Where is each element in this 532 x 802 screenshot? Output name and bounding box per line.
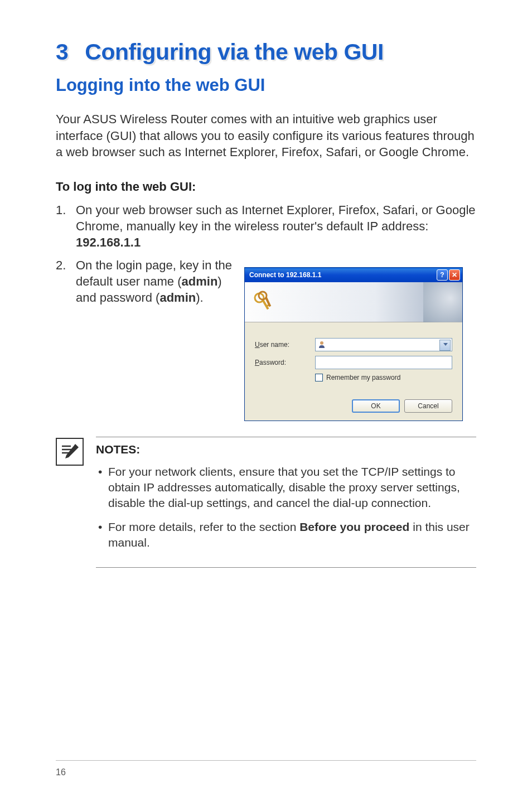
step-1-ip: 192.168.1.1 [76, 235, 141, 249]
notes-bullet-1: For your network clients, ensure that yo… [96, 464, 476, 510]
step-2-number: 2. [56, 257, 66, 273]
keys-icon [252, 290, 276, 315]
notes-icon [56, 438, 84, 466]
login-dialog: Connect to 192.168.1.1 ? ✕ User name: [244, 267, 463, 421]
procedure-subheading: To log into the web GUI: [56, 180, 476, 194]
step-1-number: 1. [56, 202, 66, 218]
ok-button[interactable]: OK [352, 399, 400, 413]
footer-rule [56, 760, 476, 761]
notes-bullet-2: For more details, refer to the section B… [96, 519, 476, 550]
step-2-admin2: admin [159, 291, 196, 305]
remember-label: Remember my password [326, 374, 400, 381]
page-number: 16 [56, 767, 66, 777]
dropdown-arrow-icon [443, 343, 448, 346]
user-head-icon [318, 341, 326, 349]
username-input[interactable] [315, 338, 452, 351]
chapter-title-text: Configuring via the web GUI [85, 39, 383, 65]
chapter-number: 3 [56, 39, 68, 65]
svg-point-5 [320, 341, 323, 345]
intro-paragraph: Your ASUS Wireless Router comes with an … [56, 111, 476, 161]
close-button[interactable]: ✕ [449, 269, 460, 281]
dialog-title: Connect to 192.168.1.1 [249, 271, 321, 279]
step-1-text: On your web browser such as Internet Exp… [76, 203, 476, 233]
step-2-text-c: ). [196, 291, 203, 305]
dialog-titlebar: Connect to 192.168.1.1 ? ✕ [245, 268, 462, 282]
step-1: 1. On your web browser such as Internet … [56, 202, 476, 250]
password-input[interactable] [315, 356, 452, 369]
username-label: User name: [255, 341, 315, 349]
chapter-title: 3Configuring via the web GUI [56, 39, 476, 65]
help-button[interactable]: ? [437, 269, 448, 281]
section-title: Logging into the web GUI [56, 75, 476, 95]
password-label: Password: [255, 359, 315, 366]
cancel-button[interactable]: Cancel [404, 399, 452, 413]
notes-heading: NOTES: [96, 443, 476, 456]
step-2-admin1: admin [182, 274, 218, 288]
step-2: 2. On the login page, key in the default… [56, 257, 234, 414]
dialog-banner [245, 282, 462, 322]
remember-checkbox[interactable] [315, 374, 323, 381]
